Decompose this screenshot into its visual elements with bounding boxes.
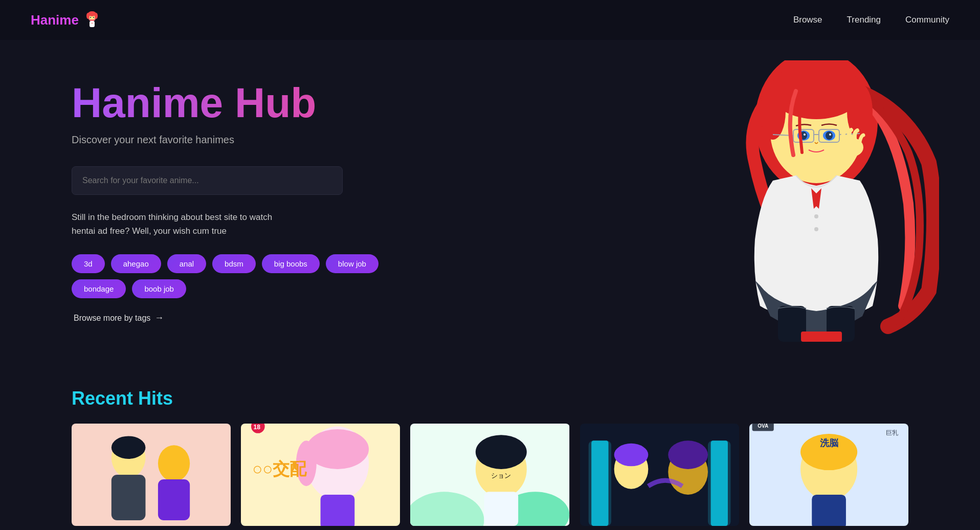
nav-trending[interactable]: Trending: [847, 15, 881, 25]
browse-tags-link[interactable]: Browse more by tags →: [74, 313, 389, 323]
nav-links: Browse Trending Community: [793, 15, 949, 25]
cards-row: ○○交配 18 ション: [72, 424, 908, 526]
search-input[interactable]: [82, 176, 332, 185]
svg-point-4: [95, 13, 98, 19]
svg-point-24: [804, 134, 806, 136]
svg-point-23: [826, 131, 833, 140]
svg-point-62: [668, 440, 708, 469]
svg-text:ション: ション: [492, 472, 511, 479]
section-title: Recent Hits: [72, 388, 908, 409]
svg-point-5: [90, 17, 91, 18]
svg-text:巨乳: 巨乳: [885, 429, 898, 436]
logo-icon: [83, 11, 101, 29]
hero-description: Still in the bedroom thinking about best…: [72, 210, 286, 238]
tag-anal[interactable]: anal: [167, 254, 206, 273]
tag-bondage[interactable]: bondage: [72, 279, 126, 298]
svg-point-25: [829, 134, 831, 136]
tag-big-boobs[interactable]: big boobs: [262, 254, 320, 273]
svg-text:洗脳: 洗脳: [819, 438, 838, 448]
svg-point-38: [112, 436, 146, 458]
card-4[interactable]: [580, 424, 739, 526]
navbar: Hanime Browse Trending Community: [0, 0, 980, 40]
card-5[interactable]: OVA 洗脳 巨乳: [749, 424, 908, 526]
svg-rect-33: [72, 424, 231, 526]
svg-point-51: [476, 435, 527, 469]
svg-rect-35: [112, 475, 146, 520]
search-bar[interactable]: [72, 166, 343, 195]
anime-character-svg: [694, 60, 939, 347]
card-3[interactable]: ション: [410, 424, 569, 526]
nav-browse[interactable]: Browse: [793, 15, 822, 25]
card-2[interactable]: ○○交配 18: [241, 424, 400, 526]
svg-rect-52: [484, 492, 519, 526]
arrow-right-icon: →: [154, 313, 164, 323]
svg-point-28: [814, 214, 818, 218]
svg-rect-7: [90, 21, 95, 27]
svg-point-3: [86, 13, 90, 19]
svg-rect-66: [812, 495, 846, 526]
tags-row: 3d ahegao anal bdsm big boobs blow job b…: [72, 254, 389, 298]
tag-3d[interactable]: 3d: [72, 254, 105, 273]
tag-blow-job[interactable]: blow job: [326, 254, 378, 273]
svg-text:○○交配: ○○交配: [252, 459, 307, 478]
svg-rect-57: [588, 440, 611, 526]
svg-rect-37: [158, 479, 190, 520]
svg-point-6: [93, 17, 94, 18]
svg-rect-32: [801, 332, 842, 342]
logo-text: Hanime: [31, 12, 79, 28]
hero-title: Hanime Hub: [72, 81, 389, 125]
svg-rect-58: [708, 440, 730, 526]
browse-tags-label: Browse more by tags: [74, 314, 150, 323]
svg-point-29: [814, 227, 818, 231]
tag-ahegao[interactable]: ahegao: [111, 254, 161, 273]
svg-point-13: [760, 83, 786, 140]
svg-rect-43: [321, 495, 355, 526]
logo[interactable]: Hanime: [31, 11, 101, 29]
tag-boob-job[interactable]: boob job: [132, 279, 186, 298]
nav-community[interactable]: Community: [905, 15, 949, 25]
hero-image: [683, 50, 949, 347]
svg-point-60: [614, 444, 648, 466]
svg-text:18: 18: [254, 424, 261, 431]
card-1[interactable]: [72, 424, 231, 526]
svg-point-36: [158, 445, 190, 481]
hero-content: Hanime Hub Discover your next favorite h…: [72, 81, 389, 323]
hero-section: Hanime Hub Discover your next favorite h…: [0, 40, 980, 367]
hero-subtitle: Discover your next favorite hanimes: [72, 134, 389, 146]
recent-hits-section: Recent Hits: [0, 367, 980, 530]
svg-text:OVA: OVA: [758, 424, 768, 429]
tag-bdsm[interactable]: bdsm: [212, 254, 256, 273]
